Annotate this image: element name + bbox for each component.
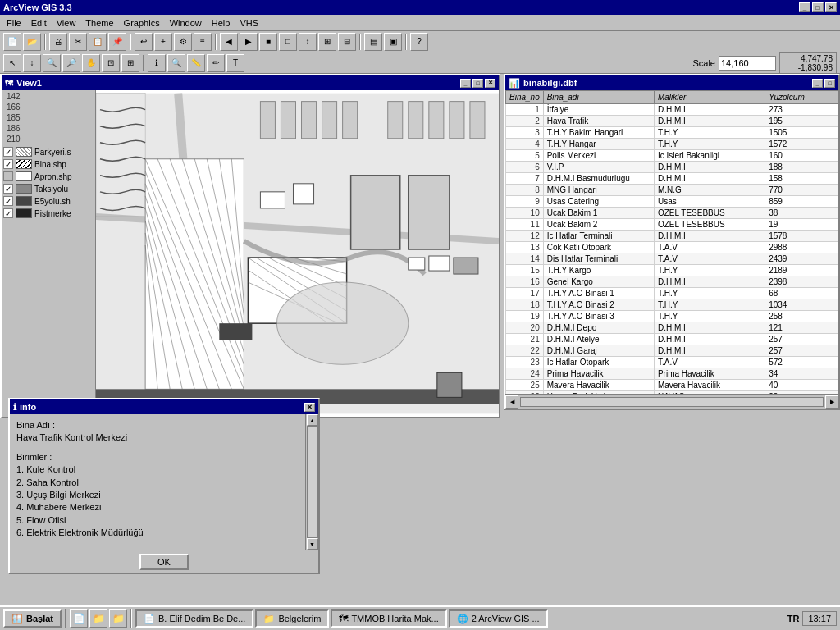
table-row[interactable]: 5 Polis Merkezi Ic Isleri Bakanligi 160 [506,150,838,162]
tool-legend[interactable]: ≡ [194,33,212,51]
table-row[interactable]: 21 D.H.M.I Atelye D.H.M.I 257 [506,334,838,345]
close-button[interactable]: ✕ [825,2,837,12]
legend-check-pistmerke[interactable]: ✓ [3,208,13,218]
tool-text[interactable]: T [226,54,244,72]
app-title-buttons[interactable]: _ □ ✕ [799,2,837,12]
taskbar-item-3[interactable]: 🌐 2 ArcView GIS ... [449,609,548,628]
tool-copy[interactable]: 📋 [89,33,107,51]
tool-b4[interactable]: □ [279,33,297,51]
taskbar-item-0[interactable]: 📄 B. Elif Dedim Be De... [135,609,253,628]
table-row[interactable]: 7 D.H.M.I Basmudurlugu D.H.M.I 158 [506,173,838,185]
tool-full[interactable]: ⊞ [121,54,139,72]
menu-file[interactable]: File [2,16,26,30]
tool-draw[interactable]: ✏ [207,54,225,72]
tool-print[interactable]: 🖨 [49,33,67,51]
table-row[interactable]: 1 İtfaiye D.H.M.I 273 [506,104,838,116]
menu-window[interactable]: Window [165,16,207,30]
taskbar-icon-2[interactable]: 📁 [89,609,107,628]
tool-zoom-in[interactable]: 🔍 [43,54,61,72]
taskbar-icon-3[interactable]: 📁 [109,609,127,628]
view1-title-btns[interactable]: _ □ ✕ [460,79,495,88]
legend-taksiyolu[interactable]: ✓ Taksiyolu [3,184,94,194]
table-row[interactable]: 19 T.H.Y A.O Binasi 3 T.H.Y 258 [506,311,838,322]
view1-minimize[interactable]: _ [460,79,471,88]
table-row[interactable]: 18 T.H.Y A.O Binasi 2 T.H.Y 1034 [506,299,838,311]
menu-help[interactable]: Help [207,16,235,30]
tool-help[interactable]: ? [410,33,428,51]
tool-identify[interactable]: ℹ [148,54,166,72]
ok-button[interactable]: OK [139,554,189,570]
hscroll-right-btn[interactable]: ▶ [825,395,838,409]
tool-b8[interactable]: ▤ [364,33,382,51]
tool-extent[interactable]: ⊡ [102,54,120,72]
dbf-table-container[interactable]: Bina_no Bina_adi Malikler Yuzolcum 1 İtf… [505,90,838,394]
table-row[interactable]: 25 Mavera Havacilik Mavera Havacilik 40 [506,380,838,391]
tool-paste[interactable]: 📌 [108,33,126,51]
tool-b6[interactable]: ⊞ [318,33,336,51]
legend-apron[interactable]: Apron.shp [3,171,94,181]
legend-check-bina[interactable]: ✓ [3,159,13,169]
menu-view[interactable]: View [52,16,81,30]
table-row[interactable]: 10 Ucak Bakim 1 OZEL TESEBBUS 38 [506,208,838,219]
col-malikler[interactable]: Malikler [654,91,765,104]
tool-pan[interactable]: ✋ [82,54,100,72]
tool-b9[interactable]: ▣ [384,33,402,51]
col-bina-no[interactable]: Bina_no [506,91,544,104]
minimize-button[interactable]: _ [799,2,810,12]
map-area[interactable] [96,90,499,417]
col-yuzolcum[interactable]: Yuzolcum [765,91,838,104]
tool-theme-add[interactable]: + [154,33,172,51]
table-row[interactable]: 9 Usas Catering Usas 859 [506,196,838,208]
dbf-maximize[interactable]: □ [824,79,835,88]
tool-find[interactable]: 🔍 [167,54,185,72]
table-row[interactable]: 3 T.H.Y Bakim Hangari T.H.Y 1505 [506,127,838,139]
tool-b1[interactable]: ◀ [220,33,238,51]
table-row[interactable]: 14 Dis Hatlar Terminali T.A.V 2439 [506,253,838,265]
view1-close[interactable]: ✕ [485,79,495,88]
tool-b2[interactable]: ▶ [240,33,258,51]
table-row[interactable]: 24 Prima Havacilik Prima Havacilik 34 [506,368,838,380]
hscroll-left-btn[interactable]: ◀ [505,395,518,409]
info-scrollbar[interactable]: ▲ ▼ [305,414,318,550]
legend-e5yolu[interactable]: ✓ E5yolu.sh [3,196,94,206]
table-row[interactable]: 15 T.H.Y Kargo T.H.Y 2189 [506,265,838,276]
view1-maximize[interactable]: □ [472,79,483,88]
legend-parkyeri[interactable]: ✓ Parkyeri.s [3,147,94,157]
legend-bina[interactable]: ✓ Bina.shp [3,159,94,169]
menu-theme[interactable]: Theme [80,16,118,30]
maximize-button[interactable]: □ [812,2,824,12]
tool-zoom-out[interactable]: 🔎 [62,54,80,72]
menu-edit[interactable]: Edit [26,16,52,30]
menu-graphics[interactable]: Graphics [119,16,165,30]
menu-vhs[interactable]: VHS [235,16,263,30]
taskbar-item-2[interactable]: 🗺 TMMOB Harita Mak... [331,609,446,628]
start-button[interactable]: 🪟 Başlat [3,609,62,628]
legend-check-taksiyolu[interactable]: ✓ [3,184,13,194]
tool-select[interactable]: ↖ [3,54,21,72]
tool-b3[interactable]: ■ [259,33,277,51]
tool-cut[interactable]: ✂ [69,33,87,51]
tool-new[interactable]: 📄 [3,33,21,51]
tool-open[interactable]: 📂 [23,33,41,51]
tool-theme-props[interactable]: ⚙ [174,33,192,51]
col-bina-adi[interactable]: Bina_adi [543,91,654,104]
tool-undo[interactable]: ↩ [135,33,153,51]
info-close-button[interactable]: ✕ [304,403,315,412]
dbf-hscrollbar[interactable]: ◀ ▶ [505,394,838,409]
table-row[interactable]: 20 D.H.M.I Depo D.H.M.I 121 [506,322,838,334]
tool-b7[interactable]: ⊟ [338,33,356,51]
tool-b5[interactable]: ↕ [299,33,317,51]
scale-input[interactable] [719,56,776,71]
taskbar-item-1[interactable]: 📁 Belgelerim [255,609,329,628]
dbf-minimize[interactable]: _ [812,79,823,88]
table-row[interactable]: 16 Genel Kargo D.H.M.I 2398 [506,276,838,288]
tool-pointer[interactable]: ↕ [23,54,41,72]
table-row[interactable]: 13 Cok Katli Otopark T.A.V 2988 [506,242,838,253]
table-row[interactable]: 11 Ucak Bakim 2 OZEL TESEBBUS 19 [506,219,838,231]
legend-check-e5yolu[interactable]: ✓ [3,196,13,206]
legend-pistmerke[interactable]: ✓ Pistmerke [3,208,94,218]
table-row[interactable]: 6 V.I.P D.H.M.I 188 [506,162,838,173]
table-row[interactable]: 8 MNG Hangari M.N.G 770 [506,185,838,196]
scroll-up-btn[interactable]: ▲ [307,414,318,426]
dbf-title-btns[interactable]: _ □ [812,79,835,88]
